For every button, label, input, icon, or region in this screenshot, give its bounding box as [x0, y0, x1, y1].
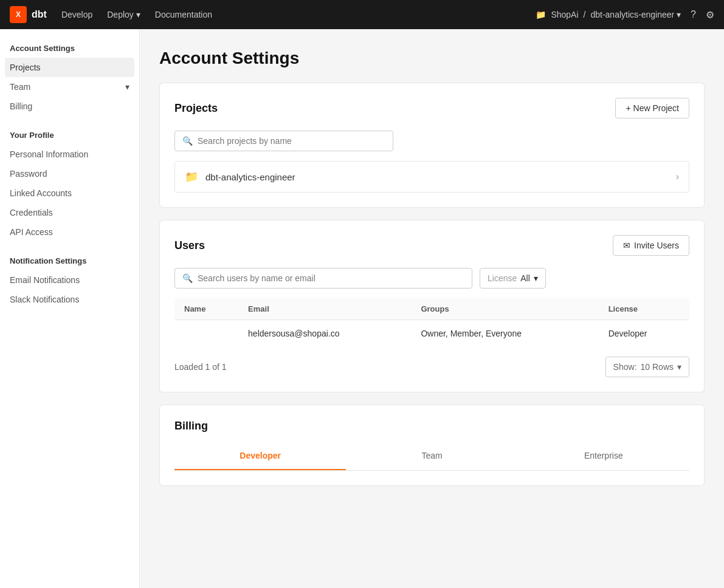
table-footer: Loaded 1 of 1 Show: 10 Rows ▾: [174, 347, 689, 377]
billing-tab-team[interactable]: Team: [346, 442, 517, 470]
users-search-icon: 🔍: [182, 273, 193, 283]
project-chevron-icon: ›: [676, 171, 679, 182]
new-project-button[interactable]: + New Project: [615, 98, 689, 118]
col-email: Email: [238, 298, 411, 320]
help-icon[interactable]: ?: [691, 9, 696, 21]
show-rows-select[interactable]: Show: 10 Rows ▾: [605, 357, 689, 377]
page-title: Account Settings: [159, 49, 705, 68]
sidebar: Account Settings Projects Team ▾ Billing…: [0, 29, 140, 588]
users-card-header: Users ✉ Invite Users: [174, 235, 689, 256]
sidebar-item-team[interactable]: Team ▾: [0, 77, 139, 97]
logo-text: dbt: [32, 9, 47, 20]
topnav-right: 📁 ShopAi / dbt-analytics-engineer ▾ ? ⚙: [536, 9, 714, 21]
notification-settings-title: Notification Settings: [0, 251, 139, 270]
nav-deploy[interactable]: Deploy ▾: [107, 10, 140, 19]
sidebar-item-password[interactable]: Password: [0, 164, 139, 183]
projects-card: Projects + New Project 🔍 📁 dbt-analytics…: [159, 83, 705, 208]
invite-icon: ✉: [623, 241, 630, 250]
team-chevron-icon: ▾: [125, 82, 129, 92]
cell-email: heldersousa@shopai.co: [238, 320, 411, 347]
projects-card-header: Projects + New Project: [174, 98, 689, 118]
col-name: Name: [174, 298, 238, 320]
sidebar-item-projects[interactable]: Projects: [5, 58, 134, 77]
users-card: Users ✉ Invite Users 🔍 License All ▾: [159, 220, 705, 392]
topnav: X dbt Develop Deploy ▾ Documentation 📁 S…: [0, 0, 724, 29]
users-table: Name Email Groups License heldersousa@sh…: [174, 298, 689, 347]
users-title: Users: [174, 239, 205, 252]
sidebar-item-credentials[interactable]: Credentials: [0, 203, 139, 222]
show-label: Show:: [613, 362, 637, 372]
settings-icon[interactable]: ⚙: [706, 9, 714, 21]
billing-title: Billing: [174, 420, 689, 432]
sidebar-item-billing[interactable]: Billing: [0, 97, 139, 116]
layout: Account Settings Projects Team ▾ Billing…: [0, 29, 724, 588]
loaded-text: Loaded 1 of 1: [174, 362, 227, 372]
breadcrumb-folder-icon: 📁: [536, 10, 546, 19]
nav-develop[interactable]: Develop: [61, 10, 92, 19]
cell-name: [174, 320, 238, 347]
license-label: License: [488, 273, 517, 283]
breadcrumb-separator: /: [584, 10, 586, 19]
billing-tab-enterprise[interactable]: Enterprise: [518, 442, 689, 470]
logo-icon: X: [10, 6, 27, 23]
topnav-left: X dbt Develop Deploy ▾ Documentation: [10, 6, 212, 23]
license-chevron-icon: ▾: [534, 273, 538, 283]
nav-documentation[interactable]: Documentation: [155, 10, 212, 19]
users-search-box[interactable]: 🔍: [174, 268, 472, 289]
col-license: License: [599, 298, 689, 320]
billing-tabs: Developer Team Enterprise: [174, 442, 689, 471]
breadcrumb-project[interactable]: dbt-analytics-engineer ▾: [590, 10, 681, 19]
deploy-chevron-icon: ▾: [136, 10, 140, 19]
sidebar-item-email-notifications[interactable]: Email Notifications: [0, 270, 139, 290]
table-row: heldersousa@shopai.co Owner, Member, Eve…: [174, 320, 689, 347]
sidebar-item-slack-notifications[interactable]: Slack Notifications: [0, 290, 139, 309]
license-filter[interactable]: License All ▾: [480, 268, 546, 289]
breadcrumb: 📁 ShopAi / dbt-analytics-engineer ▾: [536, 10, 681, 19]
cell-license: Developer: [599, 320, 689, 347]
sidebar-item-api-access[interactable]: API Access: [0, 222, 139, 242]
breadcrumb-org[interactable]: ShopAi: [551, 10, 578, 19]
your-profile-title: Your Profile: [0, 126, 139, 145]
users-table-head: Name Email Groups License: [174, 298, 689, 320]
projects-search-input[interactable]: [198, 136, 385, 146]
users-filters: 🔍 License All ▾: [174, 268, 689, 289]
logo-icon-text: X: [16, 10, 21, 19]
users-table-body: heldersousa@shopai.co Owner, Member, Eve…: [174, 320, 689, 347]
table-header-row: Name Email Groups License: [174, 298, 689, 320]
projects-search-icon: 🔍: [182, 136, 193, 146]
cell-groups: Owner, Member, Everyone: [411, 320, 598, 347]
billing-card: Billing Developer Team Enterprise: [159, 405, 705, 486]
billing-tab-developer[interactable]: Developer: [174, 442, 346, 470]
project-folder-icon: 📁: [185, 170, 198, 183]
projects-search-box[interactable]: 🔍: [174, 131, 393, 151]
col-groups: Groups: [411, 298, 598, 320]
main-content: Account Settings Projects + New Project …: [140, 29, 724, 588]
project-row[interactable]: 📁 dbt-analytics-engineer ›: [174, 161, 689, 193]
sidebar-item-linked-accounts[interactable]: Linked Accounts: [0, 183, 139, 203]
project-name: dbt-analytics-engineer: [205, 172, 295, 182]
breadcrumb-chevron-icon: ▾: [677, 10, 681, 19]
invite-users-button[interactable]: ✉ Invite Users: [613, 235, 689, 256]
license-value: All: [520, 273, 530, 283]
show-value: 10 Rows: [641, 362, 674, 372]
logo[interactable]: X dbt: [10, 6, 47, 23]
project-row-left: 📁 dbt-analytics-engineer: [185, 170, 295, 183]
users-search-input[interactable]: [198, 273, 464, 283]
show-chevron-icon: ▾: [677, 362, 681, 372]
account-settings-title: Account Settings: [0, 39, 139, 58]
sidebar-item-personal-info[interactable]: Personal Information: [0, 145, 139, 164]
topnav-icons: ? ⚙: [691, 9, 714, 21]
projects-title: Projects: [174, 102, 218, 115]
